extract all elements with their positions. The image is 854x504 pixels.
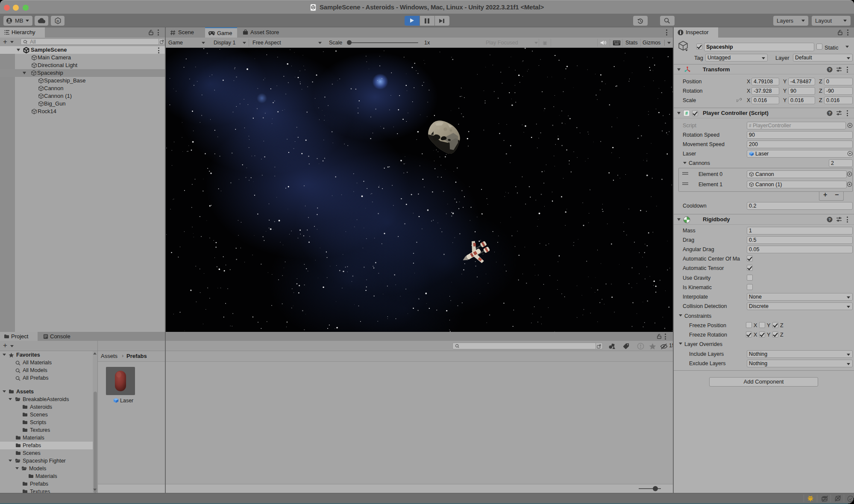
svg-text:?: ?: [828, 217, 831, 222]
svg-text:?: ?: [828, 111, 831, 115]
svg-text:?: ?: [828, 67, 831, 72]
svg-text:#: #: [685, 111, 688, 116]
svg-text:D: D: [56, 19, 59, 23]
